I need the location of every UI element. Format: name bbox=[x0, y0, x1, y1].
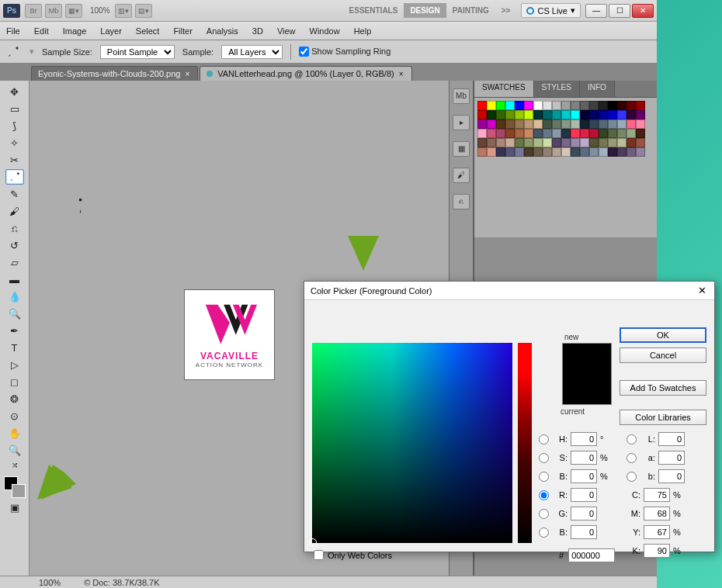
status-zoom[interactable]: 100% bbox=[39, 578, 61, 587]
show-ring-checkbox[interactable] bbox=[299, 47, 309, 57]
swatch[interactable] bbox=[477, 147, 487, 157]
swatch[interactable] bbox=[617, 119, 627, 129]
swatch[interactable] bbox=[608, 129, 617, 138]
zoom-level[interactable]: 100% bbox=[85, 5, 115, 16]
swatch[interactable] bbox=[524, 138, 533, 147]
swatches-panel[interactable] bbox=[474, 98, 657, 237]
swatch[interactable] bbox=[496, 129, 505, 138]
menu-layer[interactable]: Layer bbox=[100, 26, 122, 36]
menu-window[interactable]: Window bbox=[310, 26, 340, 36]
swatch[interactable] bbox=[543, 101, 552, 110]
swatch[interactable] bbox=[627, 119, 636, 129]
maximize-button[interactable]: ☐ bbox=[609, 4, 630, 18]
swatch[interactable] bbox=[599, 138, 608, 147]
swatch[interactable] bbox=[505, 101, 515, 110]
g-input[interactable] bbox=[571, 507, 597, 521]
swatch[interactable] bbox=[524, 119, 533, 129]
swatch[interactable] bbox=[552, 119, 561, 129]
swatch[interactable] bbox=[636, 138, 645, 147]
status-doc-size[interactable]: © Doc: 38.7K/38.7K bbox=[84, 578, 159, 587]
pen-tool[interactable]: ✒ bbox=[5, 323, 24, 338]
r-radio[interactable] bbox=[539, 490, 549, 500]
3d-camera-tool[interactable]: ⊙ bbox=[5, 408, 24, 424]
swatch[interactable] bbox=[599, 147, 608, 157]
heal-tool[interactable]: ✎ bbox=[5, 186, 24, 202]
swatch[interactable] bbox=[543, 129, 552, 138]
swatch[interactable] bbox=[533, 138, 543, 147]
swatch[interactable] bbox=[608, 147, 617, 157]
hue-slider[interactable] bbox=[518, 343, 532, 543]
swatch[interactable] bbox=[533, 101, 543, 110]
swatch[interactable] bbox=[580, 119, 589, 129]
b-input[interactable] bbox=[571, 469, 597, 483]
path-tool[interactable]: ▷ bbox=[5, 357, 24, 372]
zoom-tool[interactable]: 🔍 bbox=[5, 442, 24, 458]
only-web-colors-checkbox[interactable] bbox=[314, 550, 324, 560]
swatch[interactable] bbox=[571, 138, 580, 147]
swatch[interactable] bbox=[636, 129, 645, 138]
swatch[interactable] bbox=[533, 129, 543, 138]
swatch[interactable] bbox=[533, 110, 543, 119]
swatch[interactable] bbox=[627, 147, 636, 157]
swatch[interactable] bbox=[599, 129, 608, 138]
close-tab-icon[interactable]: × bbox=[185, 70, 189, 78]
dodge-tool[interactable]: 🔍 bbox=[5, 306, 24, 321]
swatch[interactable] bbox=[617, 138, 627, 147]
swatch[interactable] bbox=[608, 110, 617, 119]
b2-radio[interactable] bbox=[539, 527, 549, 538]
swatch[interactable] bbox=[617, 101, 627, 110]
h-input[interactable] bbox=[571, 432, 597, 446]
lasso-tool[interactable]: ⟆ bbox=[5, 118, 24, 133]
swatch[interactable] bbox=[589, 101, 599, 110]
swatch[interactable] bbox=[543, 119, 552, 129]
sample-size-select[interactable]: Point Sample bbox=[100, 45, 175, 59]
swatch[interactable] bbox=[496, 147, 505, 157]
dialog-close-icon[interactable]: ✕ bbox=[696, 285, 708, 297]
swatch[interactable] bbox=[524, 110, 533, 119]
swatch[interactable] bbox=[580, 138, 589, 147]
swatch[interactable] bbox=[636, 101, 645, 110]
swatch[interactable] bbox=[571, 119, 580, 129]
move-tool[interactable]: ✥ bbox=[5, 84, 24, 99]
swatch[interactable] bbox=[496, 101, 505, 110]
swatch[interactable] bbox=[477, 101, 487, 110]
swatch[interactable] bbox=[561, 147, 571, 157]
swatch[interactable] bbox=[580, 129, 589, 138]
lab-b-input[interactable] bbox=[658, 469, 685, 483]
cancel-button[interactable]: Cancel bbox=[620, 348, 706, 363]
type-tool[interactable]: T bbox=[5, 340, 24, 355]
menu-file[interactable]: File bbox=[6, 26, 20, 36]
swatch[interactable] bbox=[524, 129, 533, 138]
swatch[interactable] bbox=[487, 147, 496, 157]
swatch[interactable] bbox=[552, 101, 561, 110]
mini-mb-icon[interactable]: Mb bbox=[453, 88, 470, 104]
swatch[interactable] bbox=[561, 119, 571, 129]
swatch[interactable] bbox=[505, 110, 515, 119]
marquee-tool[interactable]: ▭ bbox=[5, 101, 24, 116]
hex-input[interactable] bbox=[568, 548, 615, 562]
swatch[interactable] bbox=[571, 110, 580, 119]
crop-tool[interactable]: ✂ bbox=[5, 152, 24, 168]
swatch[interactable] bbox=[617, 110, 627, 119]
blur-tool[interactable]: 💧 bbox=[5, 289, 24, 304]
swatch[interactable] bbox=[627, 129, 636, 138]
swatch[interactable] bbox=[515, 129, 524, 138]
shape-tool[interactable]: ◻ bbox=[5, 374, 24, 389]
eyedropper-tool-icon[interactable] bbox=[5, 43, 22, 61]
swatch[interactable] bbox=[571, 101, 580, 110]
swatch[interactable] bbox=[589, 119, 599, 129]
swatch[interactable] bbox=[477, 129, 487, 138]
swatch[interactable] bbox=[589, 138, 599, 147]
swatch[interactable] bbox=[627, 110, 636, 119]
s-radio[interactable] bbox=[539, 453, 549, 463]
swatch[interactable] bbox=[515, 119, 524, 129]
l-input[interactable] bbox=[658, 432, 685, 446]
menu-view[interactable]: View bbox=[277, 26, 296, 36]
swatch[interactable] bbox=[589, 129, 599, 138]
wand-tool[interactable]: ✧ bbox=[5, 135, 24, 150]
swatch[interactable] bbox=[561, 101, 571, 110]
quickmask-tool[interactable]: ▣ bbox=[5, 500, 24, 515]
swatch[interactable] bbox=[543, 138, 552, 147]
swatch[interactable] bbox=[515, 147, 524, 157]
swatch[interactable] bbox=[515, 101, 524, 110]
